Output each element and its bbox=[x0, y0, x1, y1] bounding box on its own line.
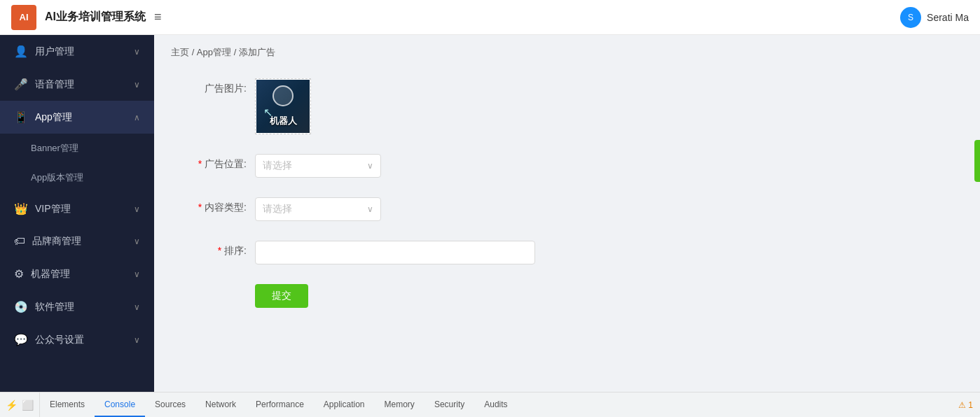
required-star-sort: * bbox=[218, 245, 221, 256]
warning-triangle-icon: ⚠ bbox=[958, 400, 966, 410]
devtools-right: ⚠ 1 bbox=[951, 393, 980, 417]
menu-toggle-icon[interactable]: ≡ bbox=[154, 10, 162, 24]
form-row-content-type: * 内容类型: 请选择 ∨ bbox=[171, 197, 963, 221]
sidebar-item-brand-mgmt[interactable]: 🏷 品牌商管理 ∨ bbox=[0, 225, 154, 257]
tab-network[interactable]: Network bbox=[195, 393, 246, 417]
sidebar-item-banner[interactable]: Banner管理 bbox=[0, 134, 154, 163]
right-accent-bar bbox=[974, 140, 980, 182]
app-title: AI业务培训管理系统 bbox=[45, 10, 146, 24]
vip-icon: 👑 bbox=[14, 202, 28, 215]
sidebar-item-vip-mgmt[interactable]: 👑 VIP管理 ∨ bbox=[0, 192, 154, 225]
content-area: 主页 / App管理 / 添加广告 广告图片: 机器人 ↖ bbox=[154, 35, 980, 392]
tab-memory[interactable]: Memory bbox=[375, 393, 425, 417]
sidebar-item-machine-mgmt[interactable]: ⚙ 机器管理 ∨ bbox=[0, 257, 154, 290]
required-star-type: * bbox=[198, 202, 202, 213]
sidebar: 👤 用户管理 ∨ 🎤 语音管理 ∨ 📱 App管理 ∧ Banner管理 App… bbox=[0, 35, 154, 392]
ad-position-placeholder: 请选择 bbox=[263, 160, 292, 172]
breadcrumb-current: 添加广告 bbox=[239, 47, 275, 57]
breadcrumb-parent: App管理 bbox=[197, 47, 231, 57]
devtools-tabs: Elements Console Sources Network Perform… bbox=[40, 393, 518, 417]
gear-icon: ⚙ bbox=[14, 267, 24, 281]
breadcrumb-home: 主页 bbox=[171, 47, 189, 57]
sidebar-label-app-version: App版本管理 bbox=[31, 171, 83, 184]
breadcrumb: 主页 / App管理 / 添加广告 bbox=[154, 35, 980, 64]
mic-icon: 🎤 bbox=[14, 78, 28, 91]
logo-text: AI bbox=[20, 12, 29, 22]
avatar: S bbox=[900, 7, 921, 28]
sidebar-label-vip-mgmt: VIP管理 bbox=[35, 203, 71, 215]
chevron-down-icon: ∨ bbox=[134, 302, 140, 312]
user-icon: 👤 bbox=[14, 45, 28, 58]
ad-position-label: * 广告位置: bbox=[171, 154, 255, 171]
devtools-bar: ⚡ ⬜ Elements Console Sources Network Per… bbox=[0, 392, 980, 417]
content-type-placeholder: 请选择 bbox=[263, 203, 292, 215]
tab-audits[interactable]: Audits bbox=[474, 393, 517, 417]
sidebar-item-voice-mgmt[interactable]: 🎤 语音管理 ∨ bbox=[0, 68, 154, 101]
tab-sources[interactable]: Sources bbox=[145, 393, 195, 417]
disc-icon: 💿 bbox=[14, 300, 28, 313]
submit-button[interactable]: 提交 bbox=[255, 284, 308, 308]
chevron-down-icon: ∨ bbox=[134, 47, 140, 57]
form-row-image: 广告图片: 机器人 ↖ bbox=[171, 78, 963, 134]
ad-position-select[interactable]: 请选择 ∨ bbox=[255, 154, 381, 178]
form-row-ad-position: * 广告位置: 请选择 ∨ bbox=[171, 154, 963, 178]
tab-elements[interactable]: Elements bbox=[40, 393, 95, 417]
chevron-up-icon: ∧ bbox=[134, 113, 140, 122]
sidebar-item-app-mgmt[interactable]: 📱 App管理 ∧ bbox=[0, 101, 154, 134]
submit-row: 提交 bbox=[171, 284, 963, 308]
tab-performance[interactable]: Performance bbox=[246, 393, 314, 417]
tab-security[interactable]: Security bbox=[425, 393, 474, 417]
sidebar-label-user-mgmt: 用户管理 bbox=[35, 45, 74, 58]
sidebar-label-banner: Banner管理 bbox=[31, 142, 78, 155]
topbar: AI AI业务培训管理系统 ≡ S Serati Ma bbox=[0, 0, 980, 35]
sidebar-label-app-mgmt: App管理 bbox=[35, 111, 72, 124]
required-star-position: * bbox=[198, 158, 202, 169]
sidebar-label-machine-mgmt: 机器管理 bbox=[31, 268, 70, 281]
image-label: 广告图片: bbox=[171, 78, 255, 95]
form-area: 广告图片: 机器人 ↖ * 广告位置: bbox=[154, 64, 980, 392]
sidebar-label-brand-mgmt: 品牌商管理 bbox=[32, 235, 81, 248]
breadcrumb-sep1: / bbox=[192, 47, 197, 57]
breadcrumb-sep2: / bbox=[234, 47, 239, 57]
chevron-down-icon: ∨ bbox=[134, 335, 140, 345]
logo-box: AI bbox=[11, 5, 36, 30]
sort-input[interactable] bbox=[255, 241, 535, 264]
app-icon: 📱 bbox=[14, 111, 28, 124]
image-preview: 机器人 ↖ bbox=[256, 80, 310, 133]
chevron-down-icon: ∨ bbox=[134, 80, 140, 90]
dropdown-arrow-icon: ∨ bbox=[367, 204, 373, 214]
chevron-down-icon: ∨ bbox=[134, 269, 140, 279]
sidebar-label-software-mgmt: 软件管理 bbox=[35, 301, 74, 313]
image-upload-box[interactable]: 机器人 ↖ bbox=[255, 78, 311, 134]
sort-label: * 排序: bbox=[171, 241, 255, 257]
sidebar-item-user-mgmt[interactable]: 👤 用户管理 ∨ bbox=[0, 35, 154, 68]
tag-icon: 🏷 bbox=[14, 235, 25, 248]
chevron-down-icon: ∨ bbox=[134, 204, 140, 214]
warning-badge: ⚠ 1 bbox=[958, 400, 973, 410]
dropdown-arrow-icon: ∨ bbox=[367, 161, 373, 171]
topbar-right: S Serati Ma bbox=[900, 7, 969, 28]
devtools-icon2[interactable]: ⬜ bbox=[22, 400, 34, 411]
tab-console[interactable]: Console bbox=[95, 393, 145, 417]
content-type-label: * 内容类型: bbox=[171, 197, 255, 214]
chat-icon: 💬 bbox=[14, 333, 28, 346]
sidebar-item-app-version[interactable]: App版本管理 bbox=[0, 163, 154, 192]
warning-count: 1 bbox=[968, 400, 973, 410]
devtools-icons: ⚡ ⬜ bbox=[0, 393, 40, 417]
devtools-icon1[interactable]: ⚡ bbox=[6, 400, 18, 411]
chevron-down-icon: ∨ bbox=[134, 236, 140, 246]
content-type-select[interactable]: 请选择 ∨ bbox=[255, 197, 381, 221]
tab-application[interactable]: Application bbox=[314, 393, 375, 417]
sidebar-item-software-mgmt[interactable]: 💿 软件管理 ∨ bbox=[0, 290, 154, 323]
main-layout: 👤 用户管理 ∨ 🎤 语音管理 ∨ 📱 App管理 ∧ Banner管理 App… bbox=[0, 35, 980, 392]
sidebar-label-wechat-mgmt: 公众号设置 bbox=[35, 334, 84, 346]
sidebar-item-wechat-mgmt[interactable]: 💬 公众号设置 ∨ bbox=[0, 323, 154, 356]
user-name: Serati Ma bbox=[927, 12, 969, 23]
topbar-left: AI AI业务培训管理系统 ≡ bbox=[11, 5, 162, 30]
form-row-sort: * 排序: bbox=[171, 241, 963, 264]
sidebar-label-voice-mgmt: 语音管理 bbox=[35, 78, 74, 91]
